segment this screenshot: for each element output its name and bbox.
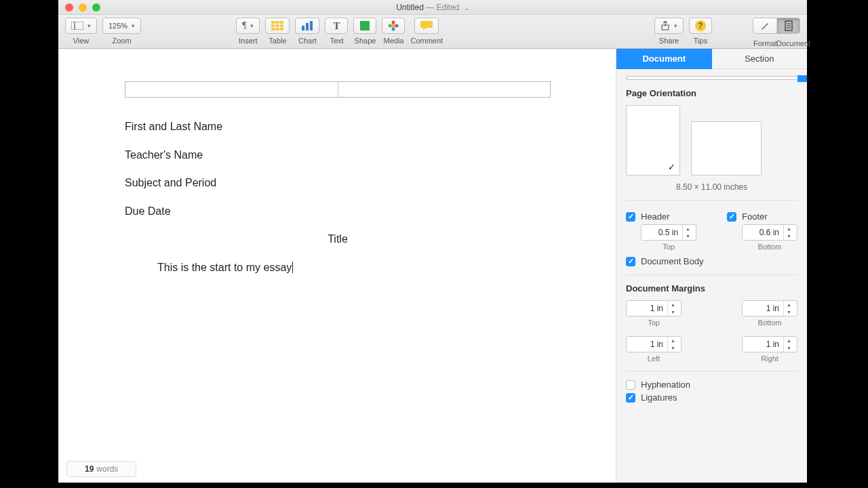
stepper-arrows[interactable]: ▲▼ — [783, 301, 794, 316]
footer-margin-input[interactable] — [743, 225, 783, 240]
inspector-panel: Document Section Page Orientation ✓ 8.50… — [616, 49, 807, 483]
ligatures-checkbox[interactable]: ✓ — [626, 393, 635, 403]
doc-line-subject[interactable]: Subject and Period — [125, 174, 551, 192]
share-icon — [660, 21, 670, 30]
chevron-down-icon: ▾ — [132, 22, 135, 29]
checkmark-icon: ✓ — [668, 162, 675, 172]
doc-line-teacher[interactable]: Teacher's Name — [125, 146, 551, 164]
insert-label: Insert — [239, 37, 258, 45]
shape-icon — [360, 21, 370, 30]
svg-rect-10 — [360, 21, 370, 30]
header-margin-stepper[interactable]: ▲▼ — [641, 224, 696, 241]
tab-section[interactable]: Section — [712, 49, 808, 69]
margin-right-stepper[interactable]: ▲▼ — [742, 336, 797, 352]
titlebar: Untitled — Edited ⌄ — [58, 0, 807, 15]
svg-rect-1 — [75, 22, 83, 30]
header-cell-right[interactable] — [338, 82, 551, 97]
chevron-down-icon[interactable]: ⌄ — [462, 4, 469, 12]
view-label: View — [73, 37, 90, 45]
word-count-label: words — [96, 464, 118, 474]
text-icon: T — [333, 20, 340, 32]
margin-top-input[interactable] — [627, 301, 667, 316]
zoom-button[interactable]: 125% ▾ — [102, 18, 141, 34]
minimize-window-button[interactable] — [79, 3, 87, 12]
tips-label: Tips — [694, 37, 707, 45]
comment-button[interactable] — [414, 18, 439, 34]
close-window-button[interactable] — [65, 3, 73, 12]
chart-label: Chart — [298, 37, 317, 45]
doc-line-due[interactable]: Due Date — [125, 203, 551, 220]
insert-button[interactable]: ¶ ▾ — [236, 18, 260, 34]
document-body-label: Document Body — [641, 256, 704, 266]
text-caret — [292, 262, 293, 273]
footer-margin-caption: Bottom — [742, 243, 797, 251]
tab-document[interactable]: Document — [616, 49, 712, 69]
footer-checkbox-label: Footer — [742, 211, 768, 222]
page-size-label: 8.50 × 11.00 inches — [626, 182, 797, 192]
margin-bottom-input[interactable] — [743, 301, 783, 316]
view-icon — [71, 22, 83, 30]
svg-point-11 — [391, 24, 395, 28]
fullscreen-window-button[interactable] — [92, 3, 100, 12]
chart-button[interactable] — [295, 18, 319, 34]
header-table[interactable] — [125, 81, 551, 98]
svg-point-12 — [392, 21, 395, 24]
orientation-portrait-button[interactable]: ✓ — [626, 105, 680, 176]
svg-rect-9 — [310, 21, 313, 30]
text-label: Text — [330, 37, 343, 45]
svg-point-15 — [389, 24, 392, 28]
stepper-arrows[interactable]: ▲▼ — [783, 337, 794, 352]
footer-checkbox[interactable]: ✓ — [727, 212, 736, 222]
word-count-pill[interactable]: 19 words — [66, 461, 136, 477]
shape-button[interactable] — [353, 18, 376, 34]
header-margin-input[interactable] — [642, 225, 682, 240]
stepper-arrows[interactable]: ▲▼ — [682, 225, 693, 240]
stepper-arrows[interactable]: ▲▼ — [667, 337, 678, 352]
orientation-landscape-button[interactable] — [691, 121, 762, 176]
document-inspector-button[interactable] — [776, 18, 800, 33]
header-margin-caption: Top — [641, 243, 696, 251]
stepper-arrows[interactable]: ▲▼ — [667, 301, 678, 316]
tips-button[interactable]: ? — [689, 18, 712, 34]
header-checkbox-label: Header — [641, 211, 670, 222]
stepper-arrows[interactable]: ▲▼ — [783, 225, 794, 240]
hyphenation-label: Hyphenation — [641, 380, 690, 390]
margin-left-input[interactable] — [627, 337, 667, 352]
window-title: Untitled — Edited ⌄ — [58, 3, 807, 12]
document-canvas[interactable]: First and Last Name Teacher's Name Subje… — [58, 49, 616, 483]
document-body-checkbox[interactable]: ✓ — [626, 257, 635, 266]
zoom-label: Zoom — [113, 37, 132, 45]
doc-title[interactable]: Title — [125, 230, 551, 248]
text-button[interactable]: T — [325, 18, 348, 34]
header-cell-left[interactable] — [125, 82, 338, 97]
svg-marker-17 — [423, 28, 427, 30]
media-button[interactable] — [382, 18, 405, 34]
margin-left-label: Left — [648, 354, 660, 363]
view-button[interactable]: ▾ — [65, 18, 97, 34]
share-label: Share — [659, 37, 679, 45]
document-icon — [784, 20, 793, 31]
header-checkbox[interactable]: ✓ — [626, 212, 635, 222]
table-button[interactable] — [265, 18, 290, 34]
page[interactable]: First and Last Name Teacher's Name Subje… — [125, 81, 551, 287]
footer-margin-stepper[interactable]: ▲▼ — [742, 224, 797, 241]
format-inspector-button[interactable] — [753, 18, 776, 33]
margin-bottom-label: Bottom — [758, 319, 782, 327]
inspector-mode-segment — [753, 18, 800, 34]
share-button[interactable]: ▾ — [654, 18, 684, 34]
hyphenation-checkbox[interactable] — [626, 380, 635, 390]
zoom-value: 125% — [108, 22, 127, 30]
margin-left-stepper[interactable]: ▲▼ — [626, 336, 682, 352]
margin-bottom-stepper[interactable]: ▲▼ — [742, 300, 797, 317]
chevron-down-icon: ▾ — [250, 22, 254, 29]
svg-rect-2 — [271, 21, 283, 30]
doc-line-name[interactable]: First and Last Name — [125, 118, 551, 136]
traffic-lights — [58, 3, 100, 12]
doc-body-line[interactable]: This is the start to my essay — [125, 259, 551, 277]
document-label: Document — [776, 39, 800, 47]
margin-right-input[interactable] — [743, 337, 783, 352]
printer-popup[interactable] — [626, 76, 797, 80]
margin-top-stepper[interactable]: ▲▼ — [626, 300, 682, 317]
tips-icon: ? — [695, 20, 706, 31]
svg-rect-16 — [420, 21, 433, 28]
